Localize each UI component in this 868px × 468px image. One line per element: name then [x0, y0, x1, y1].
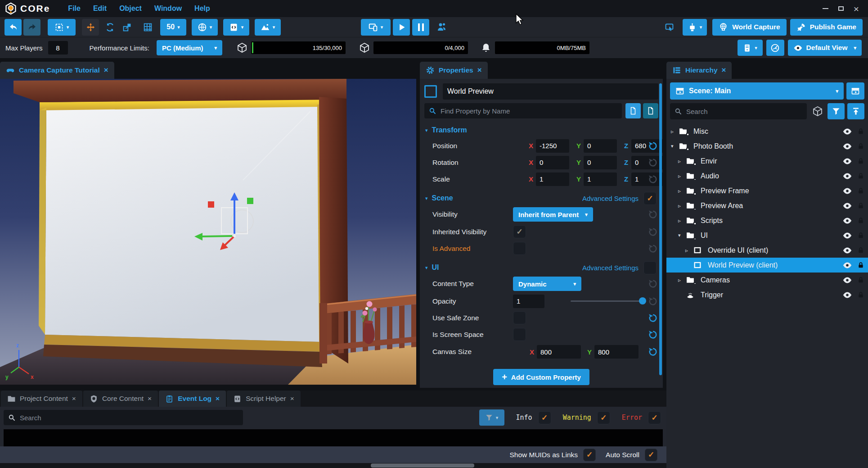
close-icon[interactable]	[72, 395, 76, 403]
expand-arrow-icon[interactable]	[678, 173, 685, 179]
use-safe-zone-checkbox[interactable]	[513, 311, 526, 324]
reset-icon[interactable]	[648, 330, 658, 340]
tree-row-trigger[interactable]: Trigger	[666, 287, 868, 302]
tab-script-helper[interactable]: Script Helper	[227, 391, 301, 407]
error-filter-checkbox[interactable]	[648, 411, 661, 424]
menu-item-window[interactable]: Window	[154, 5, 182, 13]
tree-row-ui[interactable]: UI	[666, 228, 868, 243]
scale-z-input[interactable]	[631, 173, 663, 186]
copy-properties-button[interactable]	[625, 103, 641, 118]
lock-icon[interactable]	[857, 143, 864, 150]
visibility-eye-icon[interactable]	[842, 245, 852, 255]
scrollbar-thumb[interactable]	[371, 463, 474, 468]
preview-mode-dropdown[interactable]	[361, 19, 391, 36]
visibility-eye-icon[interactable]	[842, 216, 852, 226]
rotation-z-input[interactable]	[631, 156, 663, 169]
close-icon[interactable]	[216, 395, 220, 403]
event-log-search-box[interactable]	[4, 410, 243, 425]
position-z-input[interactable]	[631, 139, 663, 153]
content-type-dropdown[interactable]: Dynamic	[513, 277, 581, 291]
close-button[interactable]	[854, 4, 859, 14]
close-icon[interactable]	[290, 395, 294, 403]
tree-row-preview-frame[interactable]: Preview Frame	[666, 183, 868, 198]
lock-icon[interactable]	[857, 187, 864, 195]
expand-arrow-icon[interactable]	[678, 158, 685, 164]
lock-icon[interactable]	[857, 247, 864, 254]
undo-button[interactable]	[4, 19, 22, 36]
warning-filter-checkbox[interactable]	[597, 411, 610, 424]
lock-icon[interactable]	[857, 232, 864, 239]
tab-project-content[interactable]: Project Content	[1, 391, 82, 407]
add-custom-property-button[interactable]: Add Custom Property	[493, 369, 589, 385]
opacity-input[interactable]	[513, 295, 544, 308]
close-icon[interactable]	[477, 66, 482, 75]
grid-size-dropdown[interactable]: 50	[160, 19, 186, 36]
reset-icon[interactable]	[648, 296, 658, 306]
property-search-box[interactable]	[424, 103, 622, 118]
properties-scrollbar[interactable]	[659, 83, 662, 375]
rotation-y-input[interactable]	[584, 156, 617, 169]
visibility-eye-icon[interactable]	[842, 260, 852, 270]
minimize-button[interactable]	[823, 8, 828, 9]
reset-icon[interactable]	[648, 209, 658, 219]
select-tool-dropdown[interactable]	[48, 19, 76, 36]
pause-button[interactable]	[412, 19, 429, 36]
menu-item-object[interactable]: Object	[119, 5, 142, 13]
expand-arrow-icon[interactable]	[678, 188, 685, 194]
position-y-input[interactable]	[584, 139, 617, 153]
reset-icon[interactable]	[648, 158, 658, 168]
restore-button[interactable]	[838, 6, 844, 11]
visibility-eye-icon[interactable]	[842, 156, 852, 166]
visibility-eye-icon[interactable]	[842, 171, 852, 181]
lock-icon[interactable]	[857, 173, 864, 180]
reset-icon[interactable]	[648, 347, 658, 357]
log-filter-dropdown[interactable]	[479, 409, 504, 426]
canvas-size-y-input[interactable]	[594, 345, 639, 359]
rotate-tool-button[interactable]	[102, 19, 118, 36]
world-capture-button[interactable]: World Capture	[712, 19, 787, 36]
advanced-settings-checkbox[interactable]	[643, 192, 657, 205]
lock-icon[interactable]	[857, 262, 864, 269]
scene-selector-dropdown[interactable]: Scene: Main	[670, 82, 844, 100]
visibility-eye-icon[interactable]	[842, 290, 852, 300]
scale-tool-button[interactable]	[119, 19, 135, 36]
tree-row-scripts[interactable]: Scripts	[666, 213, 868, 228]
tab-camera-capture-tutorial[interactable]: Camera Capture Tutorial	[0, 62, 114, 79]
show-muids-checkbox[interactable]	[583, 449, 596, 461]
tab-hierarchy[interactable]: Hierarchy	[666, 62, 732, 79]
object-name-input[interactable]	[443, 83, 658, 100]
lock-icon[interactable]	[857, 158, 864, 165]
menu-item-edit[interactable]: Edit	[93, 5, 107, 13]
expand-arrow-icon[interactable]	[671, 128, 678, 135]
reset-icon[interactable]	[648, 244, 658, 254]
script-dropdown[interactable]	[223, 19, 249, 36]
expand-arrow-icon[interactable]	[685, 247, 693, 254]
tree-row-cameras[interactable]: Cameras	[666, 273, 868, 287]
tree-row-photo-booth[interactable]: Photo Booth	[666, 139, 868, 154]
multiplayer-preview-button[interactable]	[433, 19, 451, 36]
is-advanced-checkbox[interactable]	[513, 242, 526, 255]
publish-game-button[interactable]: Publish Game	[790, 19, 863, 36]
filter-by-type-cube-icon[interactable]	[812, 106, 823, 117]
advanced-settings-link[interactable]: Advanced Settings	[582, 195, 639, 202]
viewport-3d-scene[interactable]: z x y	[0, 79, 416, 385]
lock-icon[interactable]	[857, 202, 864, 209]
rotation-x-input[interactable]	[536, 156, 569, 169]
tree-row-world-preview-selected[interactable]: World Preview (client)	[666, 258, 868, 273]
advanced-settings-checkbox[interactable]	[643, 261, 657, 274]
property-search-input[interactable]	[441, 107, 618, 115]
visibility-eye-icon[interactable]	[842, 275, 852, 285]
reset-icon[interactable]	[648, 279, 658, 289]
tree-row-override-ui[interactable]: Override UI (client)	[666, 243, 868, 258]
expand-arrow-icon[interactable]	[678, 218, 685, 224]
collapse-arrow-icon[interactable]	[671, 143, 678, 149]
ai-assistant-dropdown[interactable]	[683, 19, 707, 36]
tab-properties[interactable]: Properties	[420, 62, 488, 79]
tree-row-preview-area[interactable]: Preview Area	[666, 198, 868, 213]
world-space-dropdown[interactable]	[192, 19, 218, 36]
expand-arrow-icon[interactable]	[678, 277, 685, 283]
advanced-settings-link[interactable]: Advanced Settings	[582, 264, 639, 272]
performance-limits-dropdown[interactable]: PC (Medium)	[157, 40, 222, 55]
redo-button[interactable]	[23, 19, 40, 36]
lock-icon[interactable]	[857, 277, 864, 284]
